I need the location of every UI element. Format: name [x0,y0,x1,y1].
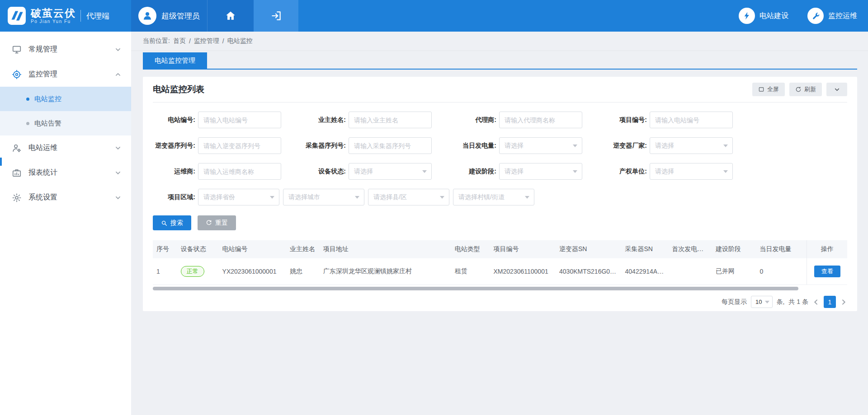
panel-title: 电站监控列表 [153,84,204,95]
tab-station-monitor-mgmt[interactable]: 电站监控管理 [143,52,207,69]
next-page-button[interactable] [840,298,847,306]
col-address: 项目地址 [320,245,451,253]
panel-tools: 全屏 刷新 [752,83,847,96]
lightning-icon [739,8,755,24]
portal-label: 代理端 [86,11,109,21]
breadcrumb-monitoring[interactable]: 监控管理 [194,37,219,45]
chevron-down-icon [573,145,577,147]
filter-ops-vendor: 运维商: [153,163,281,180]
breadcrumb-home[interactable]: 首页 [173,37,186,45]
sidebar-item-station-ops[interactable]: 电站运维 [0,135,131,160]
fullscreen-label: 全屏 [767,85,779,93]
select-placeholder: 请选择 [655,168,674,176]
filter-label: 逆变器厂家: [604,142,647,150]
sidebar-item-general-mgmt[interactable]: 常规管理 [0,37,131,62]
cell-station-no: YX2023061000001 [219,268,286,275]
logout-button[interactable] [254,0,298,32]
filter-owner-name: 业主姓名: [303,112,432,128]
sidebar-item-label: 电站运维 [28,143,115,153]
ops-vendor-input[interactable] [198,163,281,180]
inverter-vendor-select[interactable]: 请选择 [650,137,733,154]
inverter-sn-input[interactable] [198,137,281,154]
refresh-icon [795,86,802,93]
filter-daily-power: 当日发电量: 请选择 [454,137,582,154]
region-province-select[interactable]: 请选择省份 [198,189,279,205]
collector-sn-input[interactable] [349,137,432,154]
page-number-button[interactable]: 1 [824,296,836,308]
prev-page-button[interactable] [812,298,820,306]
refresh-button[interactable]: 刷新 [789,83,822,96]
home-icon [225,10,236,22]
cell-owner: 姚忠 [286,267,320,275]
scrollbar-thumb[interactable] [153,287,798,290]
filter-label: 代理商: [454,116,496,124]
reset-button[interactable]: 重置 [198,215,236,230]
sidebar-subitem-label: 电站告警 [34,119,61,128]
search-icon [161,220,167,226]
filter-station-no: 电站编号: [153,112,281,128]
user-menu[interactable]: 超级管理员 [131,0,207,32]
station-no-input[interactable] [198,112,281,128]
project-no-input[interactable] [650,112,733,128]
sidebar-item-report-stats[interactable]: 报表统计 [0,160,131,185]
agent-input[interactable] [499,112,582,128]
filter-row-3: 运维商: 设备状态: 请选择 建设阶段: 请选择 [153,163,847,180]
col-station-type: 电站类型 [451,245,490,253]
cell-device-status: 正常 [177,266,219,277]
select-placeholder: 请选择 [354,168,373,176]
sidebar-subitem-station-alarm[interactable]: 电站告警 [0,111,131,135]
chevron-down-icon [723,170,728,173]
search-button[interactable]: 搜索 [153,215,191,230]
chevron-down-icon [440,196,444,199]
nav-monitor-ops[interactable]: 监控运维 [807,8,857,24]
sidebar-active-indicator [0,158,2,166]
nav-station-build-label: 电站建设 [760,11,788,21]
header-right-nav: 电站建设 监控运维 [739,0,868,32]
chevron-down-icon [115,145,121,151]
radar-icon [12,70,22,79]
chevron-down-icon [355,196,359,199]
daily-power-select[interactable]: 请选择 [499,137,582,154]
sidebar-item-monitoring-mgmt[interactable]: 监控管理 [0,62,131,87]
select-placeholder: 请选择 [505,142,524,150]
sidebar-item-system-settings[interactable]: 系统设置 [0,185,131,210]
fullscreen-button[interactable]: 全屏 [752,83,785,96]
col-first-power: 首次发电日期 [668,245,712,253]
station-table: 序号 设备状态 电站编号 业主姓名 项目地址 电站类型 项目编号 逆变器SN 采… [153,240,847,285]
filter-inverter-sn: 逆变器序列号: [153,137,281,154]
property-unit-select[interactable]: 请选择 [650,163,733,180]
owner-name-input[interactable] [349,112,432,128]
breadcrumb-separator: / [189,37,191,45]
chevron-up-icon [115,71,121,78]
device-status-select[interactable]: 请选择 [349,163,432,180]
wrench-icon [807,8,824,24]
build-stage-select[interactable]: 请选择 [499,163,582,180]
select-placeholder: 请选择城市 [288,193,320,201]
report-icon [12,168,22,178]
nav-station-build[interactable]: 电站建设 [739,8,788,24]
region-city-select[interactable]: 请选择城市 [283,189,364,205]
home-button[interactable] [207,0,254,32]
sidebar-subitem-station-monitor[interactable]: 电站监控 [0,87,131,111]
sidebar-item-label: 监控管理 [28,70,115,79]
monitor-icon [12,45,22,55]
fullscreen-icon [758,86,764,93]
region-town-select[interactable]: 请选择村镇/街道 [453,189,534,205]
filter-row-1: 电站编号: 业主姓名: 代理商: 项目编号: [153,112,847,128]
col-index: 序号 [153,245,177,253]
select-placeholder: 请选择 [505,168,524,176]
view-button[interactable]: 查看 [814,266,840,277]
collapse-panel-button[interactable] [826,83,847,96]
sidebar-subitem-label: 电站监控 [34,95,61,103]
select-placeholder: 请选择省份 [203,193,235,201]
status-badge: 正常 [181,266,204,277]
region-county-select[interactable]: 请选择县/区 [368,189,449,205]
logo-separator [80,10,81,22]
col-build-stage: 建设阶段 [712,245,756,253]
refresh-label: 刷新 [804,85,816,93]
filter-label: 业主姓名: [303,116,346,124]
page-size-value: 10 [755,298,762,305]
filter-agent: 代理商: [454,112,582,128]
chevron-down-icon [115,170,121,176]
page-size-select[interactable]: 10 [751,296,772,308]
